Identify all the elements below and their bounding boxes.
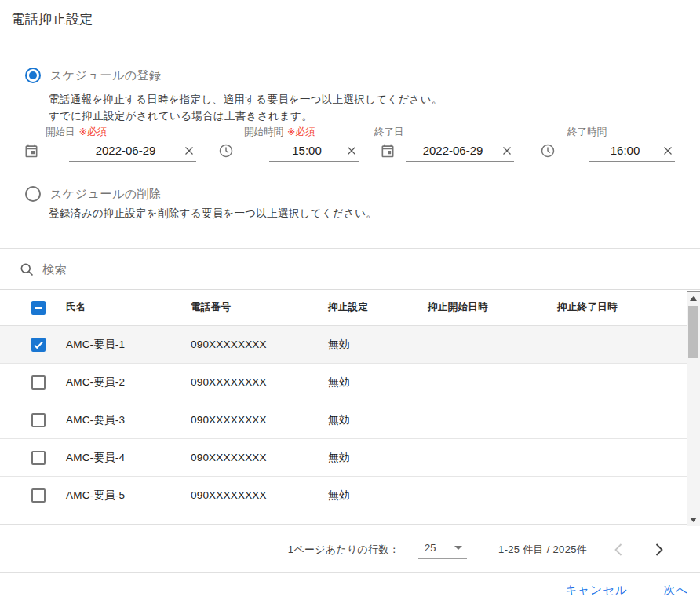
register-description-line1: 電話通報を抑止する日時を指定し、適用する要員を一つ以上選択してください。: [49, 93, 443, 107]
next-page-button[interactable]: [650, 540, 669, 559]
cell-phone: 090XXXXXXXX: [191, 338, 328, 350]
scrollbar-up-icon[interactable]: [687, 292, 700, 305]
radio-unselected-icon[interactable]: [25, 186, 41, 202]
end-time-input[interactable]: 16:00: [589, 144, 661, 157]
start-date-label: 開始日: [46, 126, 75, 137]
scrollbar-thumb[interactable]: [688, 306, 698, 358]
row-checkbox[interactable]: [31, 338, 46, 352]
phone-suppression-dialog: 電話抑止設定 スケジュールの登録 電話通報を抑止する日時を指定し、適用する要員を…: [0, 0, 700, 611]
table-header-row: 氏名 電話番号 抑止設定 抑止開始日時 抑止終了日時: [0, 290, 687, 326]
cell-name: AMC-要員-3: [66, 413, 191, 427]
start-time-label: 開始時間: [244, 126, 283, 137]
cancel-button[interactable]: キャンセル: [565, 583, 627, 598]
search-input[interactable]: [42, 262, 592, 276]
start-date-required-mark: ※必須: [79, 126, 107, 137]
search-icon: [19, 262, 35, 277]
table-scrollbar[interactable]: [687, 291, 700, 526]
pagination-range-label: 1-25 件目 / 2025件: [498, 543, 587, 557]
cell-phone: 090XXXXXXXX: [191, 376, 328, 388]
end-date-input[interactable]: 2022-06-29: [406, 144, 500, 157]
table-row[interactable]: AMC-要員-5 090XXXXXXXX 無効: [0, 477, 687, 514]
cell-phone: 090XXXXXXXX: [191, 489, 328, 501]
column-header-suppression-start[interactable]: 抑止開始日時: [428, 301, 557, 314]
end-time-label: 終了時間: [567, 126, 607, 137]
cell-suppression: 無効: [328, 451, 428, 465]
end-date-clear-icon[interactable]: [500, 144, 514, 158]
calendar-icon[interactable]: [24, 143, 39, 159]
rows-per-page-label: 1ページあたりの行数：: [288, 543, 399, 557]
footer-actions: キャンセル 次へ: [565, 583, 688, 598]
end-date-label: 終了日: [374, 126, 404, 137]
delete-description: 登録済みの抑止設定を削除する要員を一つ以上選択してください。: [49, 207, 377, 221]
column-header-phone[interactable]: 電話番号: [191, 301, 328, 314]
cell-suppression: 無効: [328, 413, 428, 427]
end-time-clear-icon[interactable]: [661, 144, 675, 158]
row-checkbox[interactable]: [31, 451, 46, 465]
cell-name: AMC-要員-5: [66, 488, 191, 503]
scrollbar-down-icon[interactable]: [687, 514, 700, 526]
radio-register-schedule[interactable]: スケジュールの登録: [25, 68, 162, 83]
start-time-clear-icon[interactable]: [345, 144, 359, 158]
page-title: 電話抑止設定: [11, 10, 93, 28]
cell-phone: 090XXXXXXXX: [191, 452, 328, 463]
pagination-bar: 1ページあたりの行数： 25 1-25 件目 / 2025件: [288, 536, 669, 564]
radio-delete-schedule[interactable]: スケジュールの削除: [25, 186, 162, 202]
rows-per-page-value: 25: [425, 542, 454, 554]
radio-selected-icon[interactable]: [25, 68, 41, 83]
column-header-suppression[interactable]: 抑止設定: [328, 301, 428, 314]
end-date-field: 終了日 2022-06-29: [374, 124, 514, 162]
row-checkbox[interactable]: [31, 488, 46, 503]
cell-suppression: 無効: [328, 338, 428, 352]
search-bar: [0, 249, 700, 289]
start-date-clear-icon[interactable]: [182, 144, 196, 158]
radio-delete-label: スケジュールの削除: [50, 187, 162, 202]
register-description-line2: すでに抑止設定がされている場合は上書きされます。: [49, 109, 312, 123]
clock-icon[interactable]: [540, 143, 556, 159]
table-row[interactable]: AMC-要員-1 090XXXXXXXX 無効: [0, 326, 687, 364]
personnel-table: 氏名 電話番号 抑止設定 抑止開始日時 抑止終了日時 AMC-要員-1 090X…: [0, 289, 700, 526]
table-row[interactable]: AMC-要員-3 090XXXXXXXX 無効: [0, 401, 687, 439]
radio-register-label: スケジュールの登録: [50, 68, 162, 83]
start-date-field: 開始日※必須 2022-06-29: [46, 124, 196, 162]
column-header-suppression-end[interactable]: 抑止終了日時: [557, 301, 687, 314]
chevron-down-icon: [454, 546, 462, 550]
schedule-fields-row: 開始日※必須 2022-06-29 開始時間※必須 15:00: [0, 124, 700, 170]
cell-name: AMC-要員-1: [66, 338, 191, 352]
column-header-name[interactable]: 氏名: [66, 301, 191, 314]
table-row[interactable]: AMC-要員-2 090XXXXXXXX 無効: [0, 364, 687, 401]
clock-icon[interactable]: [218, 143, 234, 159]
start-time-input[interactable]: 15:00: [269, 144, 345, 157]
start-time-field: 開始時間※必須 15:00: [244, 124, 359, 162]
select-all-checkbox[interactable]: [31, 301, 46, 315]
row-checkbox[interactable]: [31, 413, 46, 427]
next-button[interactable]: 次へ: [664, 583, 688, 598]
table-row-partial: [0, 514, 687, 525]
cell-phone: 090XXXXXXXX: [191, 414, 328, 426]
end-time-field: 終了時間 16:00: [567, 124, 675, 162]
cell-name: AMC-要員-4: [66, 451, 191, 465]
row-checkbox[interactable]: [31, 375, 46, 390]
table-row[interactable]: AMC-要員-4 090XXXXXXXX 無効: [0, 439, 687, 477]
cell-suppression: 無効: [328, 488, 428, 503]
previous-page-button[interactable]: [609, 540, 628, 559]
footer-divider: [0, 572, 700, 573]
start-date-input[interactable]: 2022-06-29: [69, 144, 182, 157]
cell-suppression: 無効: [328, 375, 428, 390]
cell-name: AMC-要員-2: [66, 375, 191, 390]
rows-per-page-select[interactable]: 25: [418, 540, 467, 559]
start-time-required-mark: ※必須: [287, 126, 315, 137]
